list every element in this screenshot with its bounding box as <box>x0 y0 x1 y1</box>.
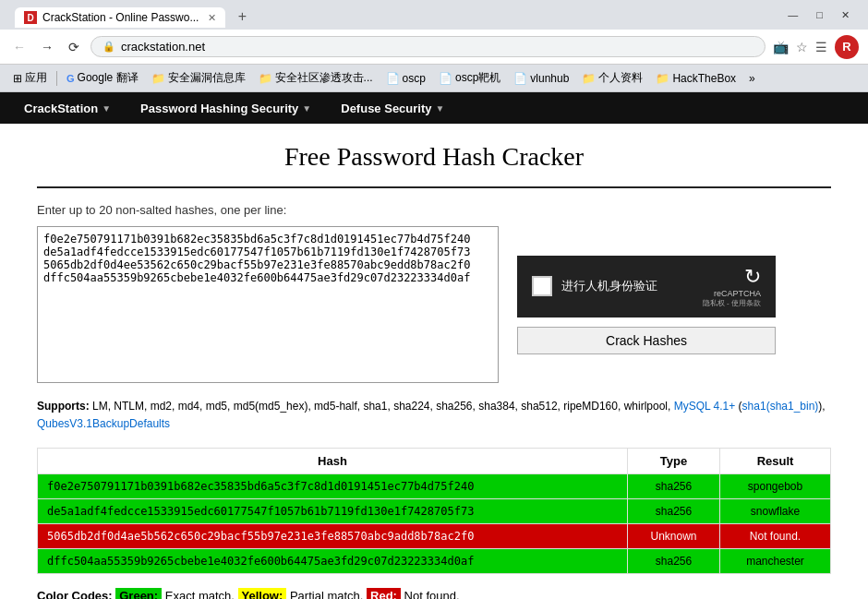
bookmark-star-icon[interactable]: ☆ <box>796 40 808 54</box>
nav-password-hashing[interactable]: Password Hashing Security ▼ <box>126 92 326 124</box>
site-navigation: CrackStation ▼ Password Hashing Security… <box>0 92 868 124</box>
bookmarks-bar: ⊞ 应用 G Google 翻译 📁 安全漏洞信息库 📁 安全社区渗透攻击...… <box>0 65 868 92</box>
results-table: Hash Type Result f0e2e750791171b0391b682… <box>37 448 831 574</box>
table-row: dffc504aa55359b9265cbebe1e4032fe600b6447… <box>38 549 831 574</box>
table-row: de5a1adf4fedcce1533915edc60177547f1057b6… <box>38 499 831 524</box>
browser-tab[interactable]: D CrackStation - Online Passwo... ✕ <box>15 7 225 28</box>
tab-title: CrackStation - Online Passwo... <box>42 11 199 24</box>
reload-button[interactable]: ⟳ <box>65 38 83 56</box>
forward-button[interactable]: → <box>37 38 57 56</box>
hash-cell: 5065db2df0d4ae5b562c650c29bacf55b97e231e… <box>38 524 628 549</box>
nav-crackstation[interactable]: CrackStation ▼ <box>9 92 126 124</box>
page-icon: 📄 <box>386 72 400 85</box>
bookmark-vlunhub[interactable]: 📄 vlunhub <box>508 70 574 87</box>
google-icon: G <box>66 73 75 84</box>
maximize-button[interactable]: □ <box>813 9 826 20</box>
col-type: Type <box>628 449 720 474</box>
col-result: Result <box>720 449 831 474</box>
tab-close-btn[interactable]: ✕ <box>208 12 216 24</box>
minimize-button[interactable]: — <box>784 9 802 20</box>
hash-cell: de5a1adf4fedcce1533915edc60177547f1057b6… <box>38 499 628 524</box>
nav-defuse-security[interactable]: Defuse Security ▼ <box>326 92 459 124</box>
folder-icon-3: 📁 <box>582 72 596 85</box>
bookmark-oscp-target[interactable]: 📄 oscp靶机 <box>433 68 506 88</box>
title-divider <box>37 186 831 188</box>
bookmark-hackthebox[interactable]: 📁 HackTheBox <box>650 70 741 87</box>
sha1-link[interactable]: sha1(sha1_bin) <box>742 400 819 413</box>
table-row: 5065db2df0d4ae5b562c650c29bacf55b97e231e… <box>38 524 831 549</box>
input-area: f0e2e750791171b0391b682ec35835bd6a5c3f7c… <box>37 226 831 383</box>
captcha-container: 进行人机身份验证 ↻ reCAPTCHA 隐私权 - 使用条款 <box>517 256 776 317</box>
captcha-checkbox[interactable] <box>532 276 552 296</box>
bookmark-security-community[interactable]: 📁 安全社区渗透攻击... <box>253 68 379 88</box>
page-title: Free Password Hash Cracker <box>37 142 831 172</box>
supports-text: Supports: LM, NTLM, md2, md4, md5, md5(m… <box>37 398 831 433</box>
result-cell: spongebob <box>720 474 831 499</box>
lock-icon: 🔒 <box>102 41 115 53</box>
bookmark-oscp[interactable]: 📄 oscp <box>380 70 431 87</box>
folder-icon-2: 📁 <box>259 72 272 85</box>
result-cell: snowflake <box>720 499 831 524</box>
result-cell: Not found. <box>720 524 831 549</box>
nav-dropdown-icon: ▼ <box>102 103 111 114</box>
cast-icon[interactable]: 📺 <box>773 40 789 54</box>
bookmark-more[interactable]: » <box>743 70 761 87</box>
hash-cell: f0e2e750791171b0391b682ec35835bd6a5c3f7c… <box>38 474 628 499</box>
menu-icon[interactable]: ☰ <box>815 40 827 54</box>
tab-favicon: D <box>24 11 37 24</box>
bookmark-personal[interactable]: 📁 个人资料 <box>576 68 648 88</box>
type-cell: sha256 <box>628 474 720 499</box>
type-cell: Unknown <box>628 524 720 549</box>
page-icon-2: 📄 <box>439 72 452 85</box>
folder-icon: 📁 <box>151 72 165 85</box>
main-content: Free Password Hash Cracker Enter up to 2… <box>0 124 868 599</box>
folder-icon-4: 📁 <box>656 72 669 85</box>
red-badge: Red: <box>367 588 401 599</box>
col-hash: Hash <box>38 449 628 474</box>
page-icon-3: 📄 <box>513 72 527 85</box>
color-codes: Color Codes: Green: Exact match, Yellow:… <box>37 589 831 599</box>
bookmark-apps[interactable]: ⊞ 应用 <box>7 68 53 88</box>
bookmark-vuln-db[interactable]: 📁 安全漏洞信息库 <box>146 68 251 88</box>
address-bar: ← → ⟳ 🔒 crackstation.net 📺 ☆ ☰ R <box>0 30 868 65</box>
type-cell: sha256 <box>628 499 720 524</box>
hash-input[interactable]: f0e2e750791171b0391b682ec35835bd6a5c3f7c… <box>37 226 499 383</box>
result-cell: manchester <box>720 549 831 574</box>
mysql-link[interactable]: MySQL 4.1+ <box>674 400 736 413</box>
back-button[interactable]: ← <box>9 38 30 56</box>
yellow-badge: Yellow: <box>238 588 287 599</box>
nav-dropdown-icon-3: ▼ <box>436 103 445 114</box>
new-tab-button[interactable]: + <box>231 6 253 28</box>
url-input[interactable]: 🔒 crackstation.net <box>90 36 766 57</box>
crack-hashes-button[interactable]: Crack Hashes <box>517 327 776 354</box>
apps-icon: ⊞ <box>13 72 22 85</box>
green-badge: Green: <box>115 588 162 599</box>
close-button[interactable]: ✕ <box>838 9 853 21</box>
table-row: f0e2e750791171b0391b682ec35835bd6a5c3f7c… <box>38 474 831 499</box>
bookmark-separator <box>56 71 57 86</box>
nav-dropdown-icon-2: ▼ <box>302 103 311 114</box>
captcha-label: 进行人机身份验证 <box>561 278 693 294</box>
type-cell: sha256 <box>628 549 720 574</box>
bookmark-google-translate[interactable]: G Google 翻译 <box>61 68 144 88</box>
url-text: crackstation.net <box>121 40 205 54</box>
hash-cell: dffc504aa55359b9265cbebe1e4032fe600b6447… <box>38 549 628 574</box>
instructions-text: Enter up to 20 non-salted hashes, one pe… <box>37 203 831 217</box>
qubes-link[interactable]: QubesV3.1BackupDefaults <box>37 417 170 430</box>
profile-avatar[interactable]: R <box>835 35 859 59</box>
right-panel: 进行人机身份验证 ↻ reCAPTCHA 隐私权 - 使用条款 Crack Ha… <box>517 226 776 383</box>
recaptcha-logo: ↻ reCAPTCHA 隐私权 - 使用条款 <box>703 265 761 308</box>
